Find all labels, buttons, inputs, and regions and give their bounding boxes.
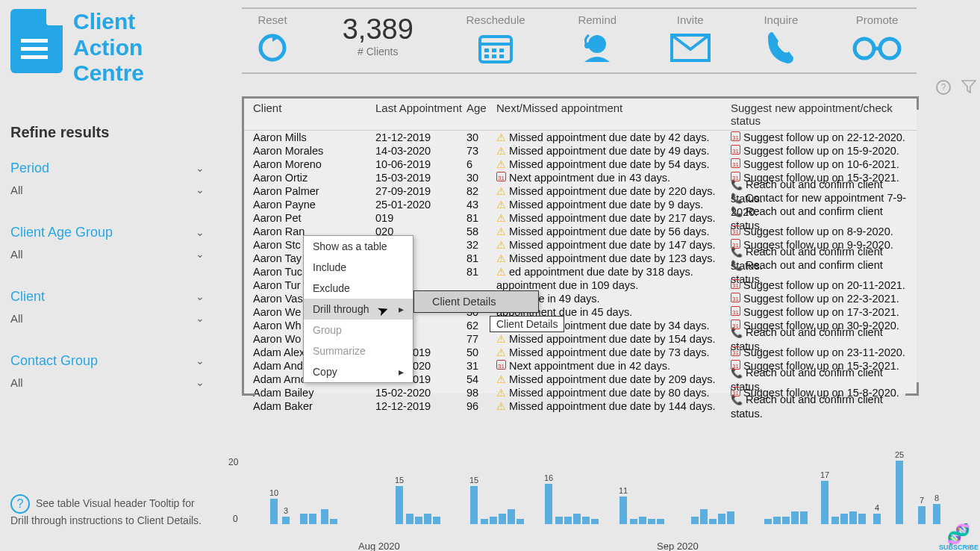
calendar-small-icon xyxy=(731,172,740,181)
chart-bar[interactable] xyxy=(849,511,857,524)
context-menu-item[interactable]: Exclude xyxy=(304,278,413,299)
filter-1-value[interactable]: All⌄ xyxy=(10,243,205,265)
filter-2-value[interactable]: All⌄ xyxy=(10,308,205,329)
filter-0-label[interactable]: Period⌄ xyxy=(10,158,205,179)
chart-bar[interactable] xyxy=(508,509,515,524)
chart-bar[interactable] xyxy=(918,506,926,524)
filter-3-label[interactable]: Contact Group⌄ xyxy=(10,350,205,372)
chart-bar[interactable] xyxy=(773,517,781,524)
chart-bar[interactable] xyxy=(490,517,497,524)
reschedule-action[interactable]: Reschedule xyxy=(466,13,525,68)
bar-label: 7 xyxy=(914,496,929,505)
help-visual-icon[interactable]: ? xyxy=(936,80,951,95)
remind-action[interactable]: Remind xyxy=(578,13,617,68)
chart-bar[interactable] xyxy=(691,517,699,524)
chart-bar[interactable] xyxy=(406,514,413,524)
filter-2-label[interactable]: Client⌄ xyxy=(10,286,205,308)
chart-bar[interactable] xyxy=(718,514,725,524)
chart-bar[interactable] xyxy=(933,504,940,524)
calendar-small-icon xyxy=(731,145,740,155)
chevron-down-icon: ⌄ xyxy=(196,312,205,324)
chart-bar[interactable] xyxy=(545,484,552,524)
warning-icon: ⚠ xyxy=(496,199,506,211)
chart-bar[interactable] xyxy=(321,509,328,524)
chart-bar[interactable] xyxy=(424,514,431,524)
chart-bar[interactable] xyxy=(516,519,524,524)
chart-bar[interactable] xyxy=(727,511,734,524)
chart-bar[interactable] xyxy=(700,509,708,524)
chart-bar[interactable] xyxy=(657,519,664,524)
bar-label: 15 xyxy=(392,476,407,485)
phone-small-icon: 📞 xyxy=(731,206,743,217)
chart-bar[interactable] xyxy=(800,511,808,524)
chart-bar[interactable] xyxy=(858,514,866,524)
chart-bar[interactable] xyxy=(470,486,478,524)
warning-icon: ⚠ xyxy=(496,373,506,385)
chevron-down-icon: ⌄ xyxy=(196,162,205,174)
warning-icon: ⚠ xyxy=(496,225,506,237)
svg-rect-3 xyxy=(484,49,489,52)
chart-bar[interactable] xyxy=(396,486,403,524)
chart-bar[interactable] xyxy=(873,514,881,524)
chart-bar[interactable] xyxy=(582,517,590,524)
chevron-right-icon: ▸ xyxy=(399,366,404,378)
warning-icon: ⚠ xyxy=(496,158,506,170)
table-row[interactable]: Adam Baker12-12-201996⚠Missed appointmen… xyxy=(244,399,917,413)
calendar-small-icon xyxy=(496,360,506,370)
filter-3-value[interactable]: All⌄ xyxy=(10,372,205,393)
svg-rect-7 xyxy=(492,55,496,58)
chart-bar[interactable] xyxy=(831,517,839,524)
chart-bar[interactable] xyxy=(270,499,278,524)
chart-bar[interactable] xyxy=(764,519,772,524)
subscribe-badge[interactable]: 🧬 SUBSCRIBE xyxy=(939,524,979,551)
chart-bar[interactable] xyxy=(591,519,599,524)
chart-bar[interactable] xyxy=(648,519,655,524)
filter-0-value[interactable]: All⌄ xyxy=(10,179,205,201)
chart-bar[interactable] xyxy=(896,461,903,524)
chart-bar[interactable] xyxy=(309,514,316,524)
chart-bar[interactable] xyxy=(573,514,581,524)
chart-bar[interactable] xyxy=(499,514,506,524)
chart-bar[interactable] xyxy=(782,517,790,524)
chart-bar[interactable] xyxy=(481,519,488,524)
table-row[interactable]: Aaron Pet01981⚠Missed appointment due da… xyxy=(244,211,917,225)
phone-icon xyxy=(765,28,796,68)
inquire-action[interactable]: Inquire xyxy=(764,13,798,68)
context-menu-item[interactable]: Summarize xyxy=(304,340,413,361)
chart-bar[interactable] xyxy=(415,517,422,524)
filter-1-label[interactable]: Client Age Group⌄ xyxy=(10,222,205,243)
chart-bar[interactable] xyxy=(639,517,646,524)
chart-bar[interactable] xyxy=(300,514,308,524)
chart-bar[interactable] xyxy=(840,514,848,524)
chart-bar[interactable] xyxy=(330,519,337,524)
chart-bar[interactable] xyxy=(709,519,717,524)
table-row[interactable]: Aaron Mills21-12-201930⚠Missed appointme… xyxy=(244,131,917,144)
warning-icon: ⚠ xyxy=(496,252,506,264)
chart-bar[interactable] xyxy=(555,517,563,524)
context-menu-item[interactable]: Copy▸ xyxy=(304,361,413,382)
chart-bar[interactable] xyxy=(619,496,627,524)
calendar-small-icon xyxy=(731,320,740,329)
context-menu-item[interactable]: Drill through▸ xyxy=(304,299,413,320)
chart-bar[interactable] xyxy=(282,517,290,524)
context-menu-item[interactable]: Show as a table xyxy=(304,236,413,257)
reset-action[interactable]: Reset xyxy=(255,13,290,68)
context-menu-item[interactable]: Group xyxy=(304,320,413,340)
promote-action[interactable]: Promote xyxy=(851,13,903,68)
chart-bar[interactable] xyxy=(821,481,828,524)
context-menu-item[interactable]: Include xyxy=(304,257,413,278)
chart-bar[interactable] xyxy=(630,519,637,524)
table-row[interactable]: Aaron Moreno10-06-20196⚠Missed appointme… xyxy=(244,158,917,171)
calendar-small-icon xyxy=(731,131,740,141)
filter-icon[interactable] xyxy=(961,80,976,93)
bar-label: 11 xyxy=(616,486,631,495)
chart-bar[interactable] xyxy=(564,517,572,524)
appointments-bar-chart[interactable]: 20 0 103151516111742578 Aug 2020 Sep 202… xyxy=(224,449,954,545)
chart-bar[interactable] xyxy=(433,517,440,524)
invite-action[interactable]: Invite xyxy=(670,13,711,68)
drill-through-submenu[interactable]: Client Details xyxy=(413,290,539,313)
table-row[interactable]: Aaron Morales14-03-202073⚠Missed appoint… xyxy=(244,144,917,158)
context-menu[interactable]: Show as a tableIncludeExcludeDrill throu… xyxy=(303,235,413,383)
chart-bar[interactable] xyxy=(791,511,799,524)
warning-icon: ⚠ xyxy=(496,145,506,157)
